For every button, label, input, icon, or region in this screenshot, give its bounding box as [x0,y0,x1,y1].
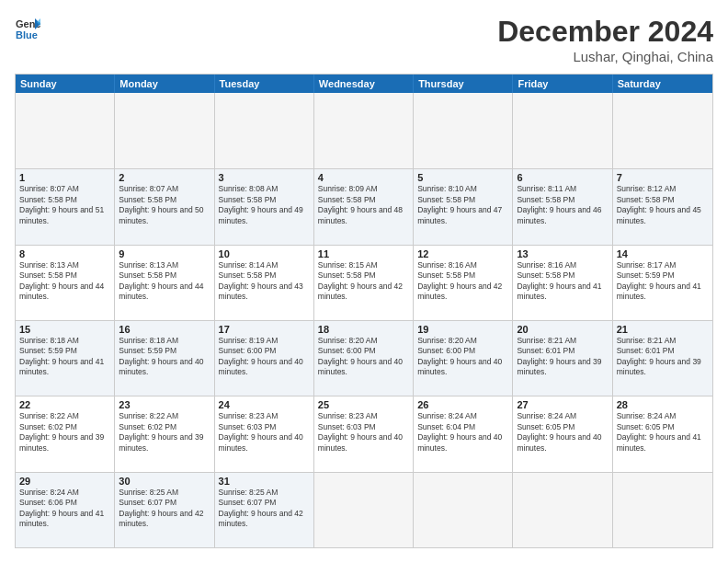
header-cell-thursday: Thursday [414,75,513,93]
day-number: 27 [517,399,608,410]
day-number: 5 [417,172,508,183]
cal-cell: 26Sunrise: 8:24 AMSunset: 6:04 PMDayligh… [414,396,513,471]
day-info: Sunrise: 8:13 AMSunset: 5:58 PMDaylight:… [19,260,110,303]
day-info: Sunrise: 8:14 AMSunset: 5:58 PMDaylight:… [219,260,310,303]
day-info: Sunrise: 8:08 AMSunset: 5:58 PMDaylight:… [219,184,310,226]
cal-cell: 22Sunrise: 8:22 AMSunset: 6:02 PMDayligh… [16,396,115,471]
day-info: Sunrise: 8:25 AMSunset: 6:07 PMDaylight:… [119,488,210,530]
cal-cell: 31Sunrise: 8:25 AMSunset: 6:07 PMDayligh… [215,473,314,547]
day-number: 18 [318,324,409,335]
week-row-1: 1Sunrise: 8:07 AMSunset: 5:58 PMDaylight… [16,168,712,244]
cal-cell: 27Sunrise: 8:24 AMSunset: 6:05 PMDayligh… [513,396,612,471]
cal-cell [513,93,612,168]
cal-cell [314,93,414,168]
day-info: Sunrise: 8:24 AMSunset: 6:06 PMDaylight:… [19,488,110,530]
day-info: Sunrise: 8:24 AMSunset: 6:05 PMDaylight:… [517,411,608,454]
cal-cell: 14Sunrise: 8:17 AMSunset: 5:59 PMDayligh… [613,246,712,320]
day-number: 26 [417,399,508,410]
day-info: Sunrise: 8:12 AMSunset: 5:58 PMDaylight:… [617,184,709,226]
header-cell-friday: Friday [513,75,612,93]
day-number: 11 [318,248,409,259]
day-info: Sunrise: 8:07 AMSunset: 5:58 PMDaylight:… [119,184,210,226]
header-cell-wednesday: Wednesday [314,75,414,93]
day-number: 17 [219,324,310,335]
cal-cell: 5Sunrise: 8:10 AMSunset: 5:58 PMDaylight… [414,169,513,244]
week-row-5: 29Sunrise: 8:24 AMSunset: 6:06 PMDayligh… [16,472,712,547]
cal-cell: 7Sunrise: 8:12 AMSunset: 5:58 PMDaylight… [613,169,712,244]
day-number: 8 [19,248,110,259]
calendar-header: SundayMondayTuesdayWednesdayThursdayFrid… [16,75,712,93]
cal-cell: 6Sunrise: 8:11 AMSunset: 5:58 PMDaylight… [513,169,612,244]
location: Lushar, Qinghai, China [497,49,713,64]
day-number: 20 [517,324,608,335]
day-info: Sunrise: 8:20 AMSunset: 6:00 PMDaylight:… [417,336,508,378]
header-cell-sunday: Sunday [16,75,115,93]
day-info: Sunrise: 8:13 AMSunset: 5:58 PMDaylight:… [119,260,210,303]
cal-cell: 30Sunrise: 8:25 AMSunset: 6:07 PMDayligh… [115,473,214,547]
title-block: December 2024 Lushar, Qinghai, China [497,15,713,64]
logo-icon: General Blue [15,15,40,40]
svg-text:Blue: Blue [16,29,38,40]
day-info: Sunrise: 8:22 AMSunset: 6:02 PMDaylight:… [119,411,210,454]
cal-cell: 28Sunrise: 8:24 AMSunset: 6:05 PMDayligh… [613,396,712,471]
day-number: 1 [19,172,110,183]
day-info: Sunrise: 8:23 AMSunset: 6:03 PMDaylight:… [219,411,310,454]
day-number: 2 [119,172,210,183]
day-info: Sunrise: 8:09 AMSunset: 5:58 PMDaylight:… [318,184,409,226]
week-row-4: 22Sunrise: 8:22 AMSunset: 6:02 PMDayligh… [16,396,712,471]
cal-cell: 20Sunrise: 8:21 AMSunset: 6:01 PMDayligh… [513,321,612,396]
day-number: 19 [417,324,508,335]
day-info: Sunrise: 8:16 AMSunset: 5:58 PMDaylight:… [517,260,608,303]
header-cell-tuesday: Tuesday [215,75,314,93]
day-number: 24 [219,399,310,410]
day-info: Sunrise: 8:21 AMSunset: 6:01 PMDaylight:… [617,336,709,378]
day-info: Sunrise: 8:19 AMSunset: 6:00 PMDaylight:… [219,336,310,378]
cal-cell: 12Sunrise: 8:16 AMSunset: 5:58 PMDayligh… [414,246,513,320]
cal-cell: 3Sunrise: 8:08 AMSunset: 5:58 PMDaylight… [215,169,314,244]
cal-cell [115,93,214,168]
day-info: Sunrise: 8:24 AMSunset: 6:05 PMDaylight:… [617,411,709,454]
day-info: Sunrise: 8:24 AMSunset: 6:04 PMDaylight:… [417,411,508,454]
day-number: 22 [19,399,110,410]
day-number: 9 [119,248,210,259]
day-number: 4 [318,172,409,183]
cal-cell: 18Sunrise: 8:20 AMSunset: 6:00 PMDayligh… [314,321,414,396]
day-info: Sunrise: 8:23 AMSunset: 6:03 PMDaylight:… [318,411,409,454]
day-info: Sunrise: 8:11 AMSunset: 5:58 PMDaylight:… [517,184,608,226]
calendar: SundayMondayTuesdayWednesdayThursdayFrid… [15,74,713,548]
day-number: 25 [318,399,409,410]
day-info: Sunrise: 8:16 AMSunset: 5:58 PMDaylight:… [417,260,508,303]
cal-cell: 4Sunrise: 8:09 AMSunset: 5:58 PMDaylight… [314,169,414,244]
cal-cell [613,93,712,168]
header-cell-saturday: Saturday [613,75,712,93]
day-number: 14 [617,248,709,259]
cal-cell: 15Sunrise: 8:18 AMSunset: 5:59 PMDayligh… [16,321,115,396]
day-number: 16 [119,324,210,335]
cal-cell: 1Sunrise: 8:07 AMSunset: 5:58 PMDaylight… [16,169,115,244]
cal-cell [513,473,612,547]
cal-cell [215,93,314,168]
cal-cell: 11Sunrise: 8:15 AMSunset: 5:58 PMDayligh… [314,246,414,320]
day-info: Sunrise: 8:18 AMSunset: 5:59 PMDaylight:… [119,336,210,378]
logo: General Blue [15,15,40,40]
day-number: 30 [119,476,210,487]
day-info: Sunrise: 8:25 AMSunset: 6:07 PMDaylight:… [219,488,310,530]
week-row-2: 8Sunrise: 8:13 AMSunset: 5:58 PMDaylight… [16,245,712,320]
cal-cell [414,93,513,168]
day-number: 23 [119,399,210,410]
calendar-body: 1Sunrise: 8:07 AMSunset: 5:58 PMDaylight… [16,93,712,547]
cal-cell: 19Sunrise: 8:20 AMSunset: 6:00 PMDayligh… [414,321,513,396]
week-row-0 [16,93,712,168]
cal-cell [16,93,115,168]
day-info: Sunrise: 8:07 AMSunset: 5:58 PMDaylight:… [19,184,110,226]
cal-cell: 8Sunrise: 8:13 AMSunset: 5:58 PMDaylight… [16,246,115,320]
day-info: Sunrise: 8:18 AMSunset: 5:59 PMDaylight:… [19,336,110,378]
day-number: 6 [517,172,608,183]
day-info: Sunrise: 8:17 AMSunset: 5:59 PMDaylight:… [617,260,709,303]
cal-cell: 17Sunrise: 8:19 AMSunset: 6:00 PMDayligh… [215,321,314,396]
day-number: 12 [417,248,508,259]
cal-cell: 24Sunrise: 8:23 AMSunset: 6:03 PMDayligh… [215,396,314,471]
day-number: 7 [617,172,709,183]
page: General Blue December 2024 Lushar, Qingh… [0,0,728,563]
cal-cell: 23Sunrise: 8:22 AMSunset: 6:02 PMDayligh… [115,396,214,471]
